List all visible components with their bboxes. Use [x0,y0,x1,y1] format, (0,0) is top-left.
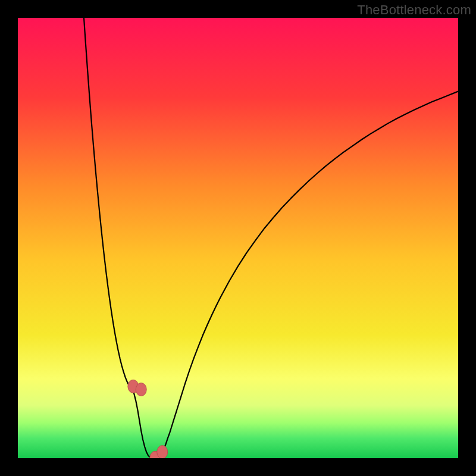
curve-marker [136,383,146,396]
curve-marker [157,446,168,458]
watermark-text: TheBottleneck.com [357,2,471,18]
chart-background-gradient [18,18,458,458]
chart-frame [18,18,458,458]
bottleneck-chart [18,18,458,458]
